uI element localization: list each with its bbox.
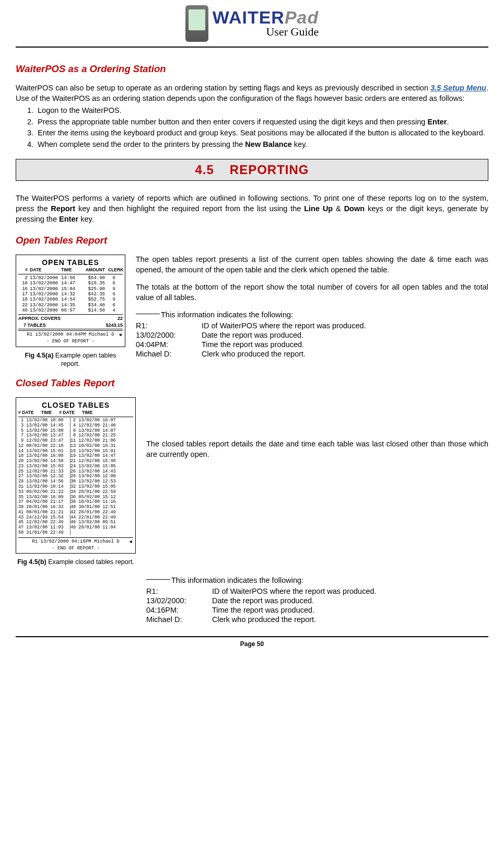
brand-sub: Pad [285, 7, 319, 27]
open-table-row: 4813/02/200008:57$14.504 [18, 308, 123, 313]
closed-table-row: 50 31/01/00 22:49 | [18, 531, 133, 536]
closed-info-lead: This information indicates the following… [146, 576, 488, 586]
chapter-title: REPORTING [230, 163, 309, 177]
fig-closed-title: CLOSED TABLES [18, 401, 133, 409]
ordering-step: Logon to the WaiterPOS. [36, 106, 488, 116]
ordering-steps: Logon to the WaiterPOS.Press the appropr… [16, 106, 488, 150]
fig-open-end: - END OF REPORT - [18, 339, 123, 344]
fig-closed-end: - END OF REPORT - [18, 546, 133, 551]
closed-tables-figure: CLOSED TABLES # DATE TIME # DATE TIME 1 … [16, 397, 136, 554]
setup-menu-link[interactable]: 3.5 Setup Menu [430, 84, 486, 92]
open-table-row: 1013/02/200014:47$18.356 [18, 281, 123, 286]
chapter-bar: 4.5REPORTING [16, 159, 488, 181]
leader-line-icon [136, 314, 160, 314]
closed-para1: The closed tables report details the dat… [146, 439, 488, 459]
reporting-intro: The WaiterPOS performs a variety of repo… [16, 193, 488, 224]
section-title-ordering: WaiterPOS as a Ordering Station [16, 63, 488, 75]
open-para1: The open tables report presents a list o… [136, 255, 488, 275]
chapter-number: 4.5 [195, 163, 214, 177]
section-title-closed: Closed Tables Report [16, 377, 488, 389]
open-table-row: 213/02/200014:56$54.906 [18, 275, 123, 281]
page-header: WAITERPad User Guide [16, 5, 488, 48]
fig-closed-footline: R1 13/02/2000 04:16PM Michael D ◄ [18, 537, 133, 544]
fig-open-title: OPEN TABLES [18, 258, 123, 267]
open-table-row: 1613/02/200015:04$25.909 [18, 286, 123, 292]
open-para2: The totals at the bottom of the report s… [136, 282, 488, 303]
brand-main: WAITER [213, 7, 285, 27]
open-table-row: 1813/02/200014:54$52.759 [18, 297, 123, 302]
ordering-step: Enter the items using the keyboard produ… [36, 128, 488, 139]
ordering-step: When complete send the order to the prin… [36, 140, 488, 150]
fig-closed-header: # DATE TIME # DATE TIME [18, 410, 133, 417]
ordering-step: Press the appropriate table number butto… [36, 117, 488, 128]
fig-closed-caption: Fig 4.5(b) Example closed tables report. [16, 558, 136, 566]
open-table-row: 2213/02/200014:35$34.406 [18, 303, 123, 308]
fig-open-footline: R1 13/02/2000 04:04PM Michael D ◄ [18, 330, 123, 337]
open-tables-figure: OPEN TABLES #DATETIMEAMOUNTCLERK 213/02/… [16, 255, 125, 347]
open-table-row: 1713/02/200014:32$42.356 [18, 292, 123, 297]
leader-line-icon [146, 579, 170, 580]
open-info-lead: This information indicates the following… [136, 310, 488, 320]
section-title-open: Open Tables Report [16, 235, 488, 246]
ordering-intro: WaiterPOS can also be setup to operate a… [16, 83, 488, 104]
pda-icon [185, 5, 208, 42]
fig-open-caption: Fig 4.5(a) Example open tables report. [16, 351, 125, 369]
page-footer: Page 50 [16, 636, 488, 648]
